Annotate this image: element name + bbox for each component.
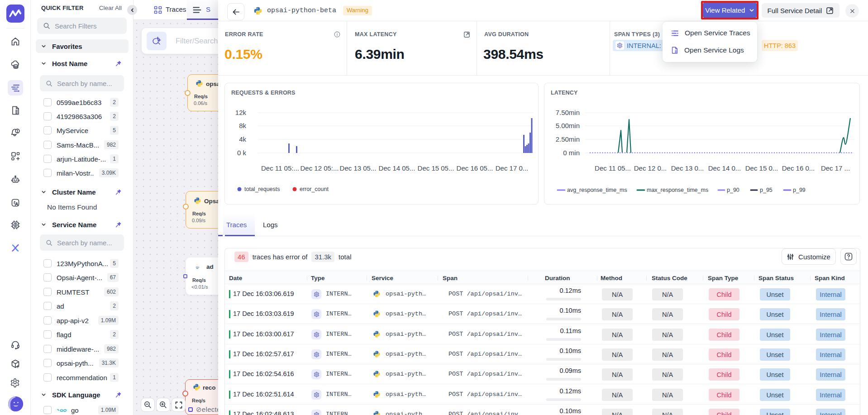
svg-text:total_requests: total_requests bbox=[244, 186, 280, 192]
svg-text:Dec 11 05:...: Dec 11 05:... bbox=[261, 164, 299, 172]
svg-text:GO: GO bbox=[60, 408, 67, 413]
svg-text:Dec 11 05...: Dec 11 05... bbox=[595, 164, 631, 172]
svg-text:4k: 4k bbox=[239, 135, 246, 143]
svg-text:max_response_time_ms: max_response_time_ms bbox=[647, 187, 708, 193]
svg-text:p_90: p_90 bbox=[727, 187, 739, 193]
svg-text:Dec 16 0...: Dec 16 0... bbox=[782, 164, 815, 172]
svg-text:p_99: p_99 bbox=[793, 187, 806, 193]
svg-text:Dec 13 05...: Dec 13 05... bbox=[340, 164, 377, 172]
svg-text:Dec 15 0...: Dec 15 0... bbox=[745, 164, 778, 172]
svg-text:Dec 17 0...: Dec 17 0... bbox=[496, 164, 529, 172]
svg-text:error_count: error_count bbox=[300, 186, 329, 192]
svg-text:5.00min: 5.00min bbox=[556, 122, 580, 129]
svg-text:7.50min: 7.50min bbox=[556, 109, 580, 116]
svg-text:avg_response_time_ms: avg_response_time_ms bbox=[567, 187, 627, 193]
svg-text:Dec 12 0...: Dec 12 0... bbox=[634, 164, 667, 172]
svg-text:p_95: p_95 bbox=[760, 187, 773, 193]
svg-text:0 k: 0 k bbox=[237, 149, 247, 157]
svg-text:12k: 12k bbox=[235, 109, 247, 116]
svg-text:Dec 12 05:...: Dec 12 05:... bbox=[300, 164, 339, 172]
svg-text:0 min: 0 min bbox=[563, 149, 580, 157]
svg-text:8k: 8k bbox=[239, 122, 246, 129]
svg-text:2.50min: 2.50min bbox=[556, 135, 580, 143]
svg-text:Dec 14 0...: Dec 14 0... bbox=[708, 164, 741, 172]
svg-text:Dec 14 05...: Dec 14 05... bbox=[379, 164, 415, 172]
svg-text:Dec 17 ...: Dec 17 ... bbox=[821, 164, 850, 172]
svg-text:Dec 15 05...: Dec 15 05... bbox=[418, 164, 454, 172]
svg-text:Dec 13 0...: Dec 13 0... bbox=[671, 164, 704, 172]
svg-text:Dec 16 05...: Dec 16 05... bbox=[457, 164, 493, 172]
